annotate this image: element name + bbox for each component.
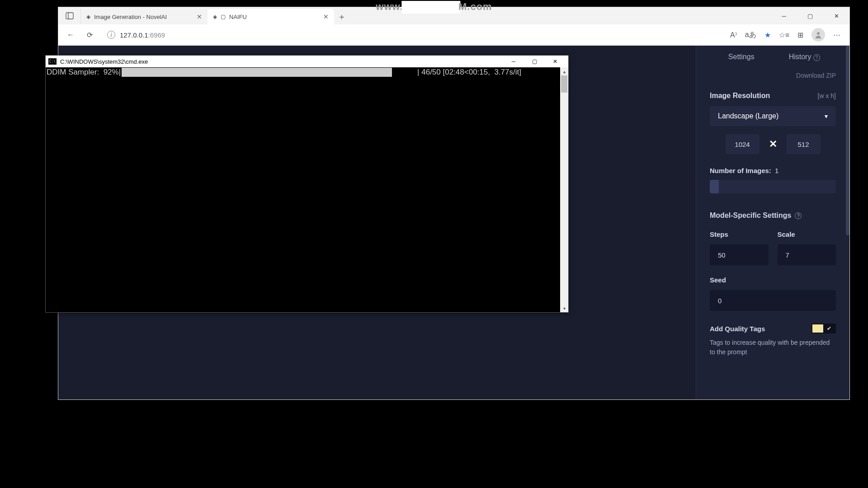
cmd-progress-stats: | 46/50 [02:48<00:15, 3.77s/it] <box>415 68 523 77</box>
refresh-button[interactable]: ⟳ <box>83 28 96 42</box>
model-settings-label: Model-Specific Settings <box>710 211 791 220</box>
chevron-down-icon: ▾ <box>825 113 828 120</box>
cmd-progress-line: DDIM Sampler: 92%|| 46/50 [02:48<00:15, … <box>46 67 568 77</box>
scale-input[interactable]: 7 <box>778 244 836 265</box>
minimize-button[interactable]: ─ <box>771 7 797 24</box>
cmd-scrollbar[interactable]: ▴ ▾ <box>560 67 568 312</box>
tab-settings[interactable]: Settings <box>710 53 773 61</box>
model-settings-header: Model-Specific Settings ? <box>710 211 836 220</box>
translate-icon[interactable]: aあ <box>745 30 756 40</box>
watermark: www.M.com <box>376 1 492 14</box>
watermark-right: M.com <box>458 1 492 12</box>
watermark-left: www. <box>376 1 403 12</box>
toolbar-icons: A⁾ aあ ★ ☆≡ ⊞ ⋯ <box>730 28 844 42</box>
num-images-value: 1 <box>775 167 778 174</box>
url-port: :6969 <box>148 31 165 39</box>
tab-naifu[interactable]: ◈ ▢ NAIFU ✕ <box>208 9 334 24</box>
tab-actions-button[interactable] <box>58 7 81 24</box>
read-aloud-icon[interactable]: A⁾ <box>730 31 737 39</box>
num-images-slider[interactable] <box>710 180 836 193</box>
tab-novelai[interactable]: ◈ Image Generation - NovelAI ✕ <box>81 9 208 24</box>
tab-title: NAIFU <box>229 14 320 20</box>
close-button[interactable]: ✕ <box>823 7 849 24</box>
favicon-novelai: ◈ <box>86 14 90 20</box>
cmd-titlebar[interactable]: C:\ C:\WINDOWS\system32\cmd.exe ─ ▢ ✕ <box>46 56 568 67</box>
favorite-star-icon[interactable]: ★ <box>764 31 771 39</box>
resolution-value: Landscape (Large) <box>718 112 778 120</box>
window-controls: ─ ▢ ✕ <box>771 7 849 24</box>
resolution-label: Image Resolution <box>710 92 770 100</box>
back-button[interactable]: ← <box>64 28 77 42</box>
dimension-separator: ✕ <box>760 138 787 150</box>
cmd-window-controls: ─ ▢ ✕ <box>503 56 566 67</box>
num-images-text: Number of Images: <box>710 167 771 174</box>
address-bar: ← ⟳ i 127.0.0.1:6969 A⁾ aあ ★ ☆≡ ⊞ ⋯ <box>58 24 849 46</box>
cmd-progress-bar <box>122 68 392 77</box>
num-images-label: Number of Images: 1 <box>710 167 836 174</box>
download-zip-link[interactable]: Download ZIP <box>710 72 836 79</box>
help-icon: ? <box>813 54 820 61</box>
quality-tags-toggle[interactable]: ✔ <box>811 324 836 333</box>
page-icon: ▢ <box>221 14 226 20</box>
sidebar-icon <box>66 12 74 20</box>
scale-label: Scale <box>778 230 836 238</box>
tab-title: Image Generation - NovelAI <box>94 14 193 20</box>
more-icon[interactable]: ⋯ <box>833 31 840 39</box>
cmd-close-button[interactable]: ✕ <box>545 56 566 67</box>
height-input[interactable]: 512 <box>787 134 821 154</box>
close-icon[interactable]: ✕ <box>323 13 329 20</box>
scroll-down-arrow[interactable]: ▾ <box>560 304 568 312</box>
toggle-knob: ✔ <box>823 324 835 333</box>
steps-label: Steps <box>710 230 769 238</box>
url-field[interactable]: i 127.0.0.1:6969 <box>102 27 725 42</box>
resolution-select[interactable]: Landscape (Large) ▾ <box>710 106 836 126</box>
width-input[interactable]: 1024 <box>726 134 760 154</box>
tab-history-label: History <box>789 53 811 61</box>
cmd-sampler-label: DDIM Sampler: 92%| <box>46 68 122 77</box>
profile-avatar[interactable] <box>811 28 825 42</box>
seed-input[interactable]: 0 <box>710 290 836 311</box>
cmd-maximize-button[interactable]: ▢ <box>524 56 545 67</box>
cmd-body: DDIM Sampler: 92%|| 46/50 [02:48<00:15, … <box>46 67 568 312</box>
svg-point-2 <box>817 32 820 35</box>
slider-fill <box>710 180 719 193</box>
cmd-progress-empty <box>392 68 415 77</box>
new-tab-button[interactable]: ＋ <box>334 9 349 24</box>
favicon-naifu: ◈ <box>213 14 217 20</box>
cmd-minimize-button[interactable]: ─ <box>503 56 524 67</box>
cmd-icon: C:\ <box>48 58 57 65</box>
site-info-icon[interactable]: i <box>107 31 115 39</box>
panel-tabs: Settings History ? <box>710 46 836 68</box>
dimension-row: 1024 ✕ 512 <box>710 134 836 154</box>
url-text: 127.0.0.1:6969 <box>120 31 165 39</box>
panel-scrollbar[interactable] <box>846 46 849 235</box>
close-icon[interactable]: ✕ <box>197 13 202 20</box>
seed-label: Seed <box>710 276 836 284</box>
steps-input[interactable]: 50 <box>710 244 769 265</box>
quality-tags-label: Add Quality Tags <box>710 325 765 333</box>
svg-rect-0 <box>66 13 73 19</box>
collections-icon[interactable]: ⊞ <box>797 31 803 39</box>
help-icon[interactable]: ? <box>795 212 802 219</box>
scroll-thumb[interactable] <box>561 75 567 93</box>
settings-panel: Settings History ? Download ZIP Image Re… <box>696 46 849 399</box>
url-host: 127.0.0.1 <box>120 31 148 39</box>
resolution-hint: [w x h] <box>818 92 836 99</box>
cmd-title-text: C:\WINDOWS\system32\cmd.exe <box>60 58 503 65</box>
quality-tags-hint: Tags to increase quality with be prepend… <box>710 338 836 357</box>
tab-history[interactable]: History ? <box>773 53 836 61</box>
watermark-mask <box>401 1 460 14</box>
maximize-button[interactable]: ▢ <box>797 7 823 24</box>
favorites-list-icon[interactable]: ☆≡ <box>779 31 789 39</box>
person-icon <box>814 31 822 39</box>
scroll-up-arrow[interactable]: ▴ <box>560 67 568 75</box>
cmd-window: C:\ C:\WINDOWS\system32\cmd.exe ─ ▢ ✕ DD… <box>45 55 569 313</box>
